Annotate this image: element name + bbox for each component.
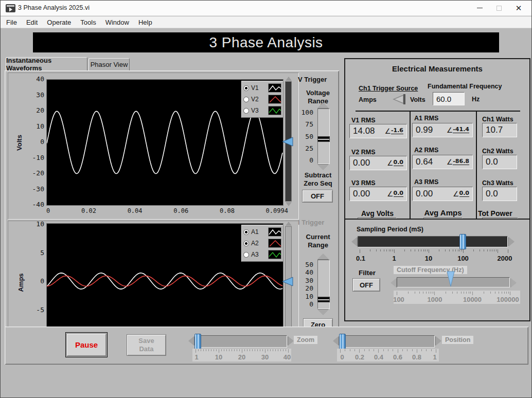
zoom-slider[interactable] <box>194 335 287 348</box>
v1-rms-label: V1 RMS <box>351 117 376 124</box>
a3-rms-label: A3 RMS <box>414 178 438 186</box>
slider-left-arrow-icon[interactable] <box>188 336 194 346</box>
i-trigger-title: I Trigger <box>298 219 324 226</box>
fundamental-frequency-value: 60.0 <box>436 95 451 103</box>
v3-line-sample[interactable] <box>268 106 281 115</box>
zoom-ticks <box>196 349 288 353</box>
v2-rms-label: V2 RMS <box>351 149 376 156</box>
v-trigger-title: V Trigger <box>298 76 327 83</box>
tab-phasor-view[interactable]: Phasor View <box>88 58 130 71</box>
tab-panel: Volts 4030 2010 0-10 -20-30 -40 00.02 0.… <box>5 70 339 352</box>
scroll-down-icon[interactable] <box>286 202 292 206</box>
slider-right-arrow-icon[interactable] <box>509 237 515 246</box>
pause-button[interactable]: Pause <box>66 333 107 356</box>
filter-button[interactable]: OFF <box>352 278 380 292</box>
cutoff-frequency-handle[interactable] <box>446 271 455 287</box>
a1-radio[interactable] <box>243 229 249 235</box>
v-trigger-cursor[interactable] <box>281 136 294 147</box>
volts-graph-frame: Volts 4030 2010 0-10 -20-30 -40 00.02 0.… <box>8 73 299 220</box>
title-bar: 3 Phase Analysis 2025.vi ✕ <box>1 1 531 16</box>
sampling-panel: Sampling Period (mS) 0.1 1 10 100 2000 F… <box>344 219 530 321</box>
menu-operate[interactable]: Operate <box>42 17 76 27</box>
menu-help[interactable]: Help <box>134 17 157 27</box>
sampling-period-handle[interactable] <box>459 234 466 249</box>
v2-rms-display: 0.00∠0.0 <box>349 156 407 170</box>
slider-left-arrow-icon[interactable] <box>391 278 396 287</box>
scroll-up-icon[interactable] <box>286 222 292 226</box>
slider-decrement-icon[interactable] <box>317 165 329 170</box>
voltage-range-handle[interactable] <box>317 136 330 142</box>
subtract-zero-seq-button-label: OFF <box>311 192 324 200</box>
avg-volts-label: Avg Volts <box>345 209 410 218</box>
ch1-watts-label: Ch1 Watts <box>482 116 513 123</box>
position-slider[interactable] <box>339 335 435 348</box>
bottom-control-panel: Pause Save Data 1 10 20 30 40 Zoom 0 0.2… <box>5 327 528 365</box>
a3-label: A3 <box>251 251 266 258</box>
cutoff-scale-strip: 100 1000 10000 100000 <box>394 291 520 304</box>
app-banner-title: 3 Phase Analysis <box>209 34 323 51</box>
menu-window[interactable]: Window <box>101 17 134 27</box>
a1-line-sample[interactable] <box>268 227 281 237</box>
menu-tools[interactable]: Tools <box>76 17 100 27</box>
v3-rms-display: 0.00∠0.0 <box>349 187 407 201</box>
v1-radio[interactable] <box>243 85 249 91</box>
current-range-scale: 5040 3020 100 <box>300 262 313 307</box>
voltage-range-scale: 10075 5025 0 <box>300 110 313 163</box>
v-trigger-panel: V Trigger Voltage Range 10075 5025 0 Sub… <box>296 75 340 216</box>
app-window: 3 Phase Analysis 2025.vi ✕ File Edit Ope… <box>0 0 532 398</box>
slider-right-arrow-icon[interactable] <box>511 278 517 287</box>
close-button[interactable]: ✕ <box>510 1 527 15</box>
ch3-watts-display: 0.0 <box>482 187 517 201</box>
v2-line-sample[interactable] <box>268 95 281 104</box>
app-banner: 3 Phase Analysis <box>33 32 499 52</box>
ch1-watts-display: 10.7 <box>482 123 517 137</box>
a3-rms-display: 0.00∠0.0 <box>412 187 473 201</box>
a2-line-sample[interactable] <box>268 239 281 248</box>
position-slider-handle[interactable] <box>339 334 346 349</box>
zoom-slider-handle[interactable] <box>194 334 201 349</box>
tab-instantaneous-waveforms[interactable]: Instantaneous Waveforms <box>6 57 87 71</box>
volts-y-ticks: 4030 2010 0-10 -20-30 -40 <box>22 76 44 208</box>
slider-left-arrow-icon[interactable] <box>351 237 357 246</box>
v2-radio[interactable] <box>243 97 249 102</box>
switch-amps-label: Amps <box>359 96 377 103</box>
slider-decrement-icon[interactable] <box>317 310 329 315</box>
i-trigger-cursor[interactable] <box>281 276 294 286</box>
tot-power-label: Tot Power <box>478 209 512 218</box>
slider-left-arrow-icon[interactable] <box>333 336 339 346</box>
v1-label: V1 <box>251 84 266 92</box>
save-data-button[interactable]: Save Data <box>127 334 166 356</box>
minimize-button[interactable] <box>471 1 488 15</box>
amps-y-ticks: 105 0-5 -10 <box>22 221 44 341</box>
electrical-measurements-panel: Electrical Measurements Ch1 Trigger Sour… <box>344 58 530 242</box>
ch3-watts-label: Ch3 Watts <box>482 179 513 187</box>
menu-edit[interactable]: Edit <box>22 17 42 27</box>
sampling-period-label: Sampling Period (mS) <box>357 226 423 233</box>
a3-line-sample[interactable] <box>268 250 281 259</box>
slider-increment-icon[interactable] <box>317 254 329 259</box>
v3-radio[interactable] <box>243 108 249 114</box>
tab-instantaneous-label: Instantaneous Waveforms <box>6 57 87 72</box>
sampling-ticks <box>360 249 508 254</box>
current-range-handle[interactable] <box>317 297 330 302</box>
slider-right-arrow-icon[interactable] <box>288 336 294 346</box>
amps-legend: A1 A2 A3 <box>241 225 283 262</box>
a1-label: A1 <box>251 228 266 236</box>
a3-radio[interactable] <box>243 252 249 258</box>
v1-line-sample[interactable] <box>268 83 281 93</box>
maximize-button[interactable] <box>490 1 508 15</box>
legend-row-v1: V1 <box>243 82 281 94</box>
sampling-period-slider[interactable] <box>358 236 508 247</box>
scroll-up-icon[interactable] <box>286 77 292 81</box>
fundamental-frequency-input[interactable]: 60.0 <box>433 92 465 105</box>
ch2-watts-label: Ch2 Watts <box>482 148 513 155</box>
v3-rms-label: V3 RMS <box>351 179 376 187</box>
save-data-button-label: Save Data <box>136 337 157 354</box>
slider-right-arrow-icon[interactable] <box>436 336 441 346</box>
menu-file[interactable]: File <box>2 17 22 27</box>
subtract-zero-seq-button[interactable]: OFF <box>302 190 333 203</box>
a2-radio[interactable] <box>243 241 249 246</box>
position-ticks <box>340 349 436 353</box>
trigger-source-switch[interactable] <box>391 93 408 105</box>
slider-increment-icon[interactable] <box>317 102 329 108</box>
